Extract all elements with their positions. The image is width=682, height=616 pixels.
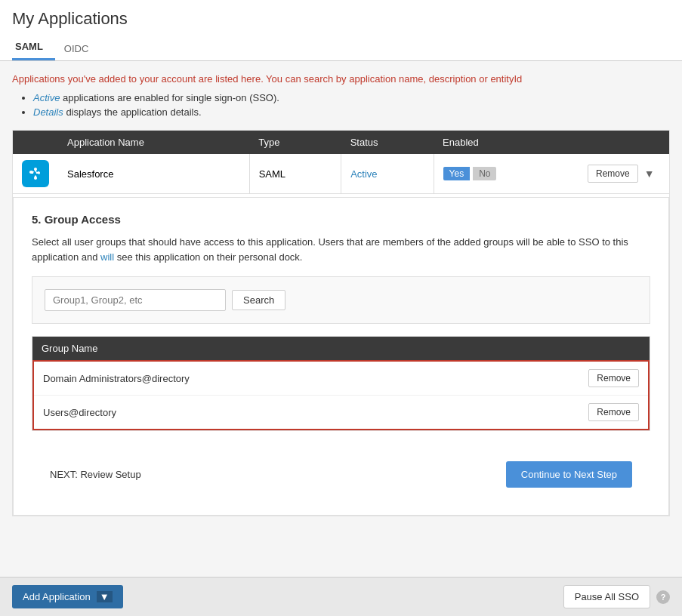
col-icon <box>13 131 58 154</box>
tab-saml[interactable]: SAML <box>12 35 55 60</box>
col-enabled: Enabled <box>434 131 579 154</box>
group-table-header: Group Name <box>32 337 650 360</box>
tab-oidc[interactable]: OIDC <box>61 37 101 60</box>
app-table-container: Application Name Type Status Enabled <box>12 130 670 516</box>
table-row: Salesforce SAML Active Yes <box>13 154 669 194</box>
app-status[interactable]: Active <box>350 168 377 180</box>
group-name: Domain Administrators@directory <box>43 373 190 384</box>
bullet-active: Active applications are enabled for sing… <box>33 92 670 103</box>
footer-bar: Add Application ▼ Pause All SSO ? <box>0 577 682 616</box>
app-icon-cell <box>13 154 58 194</box>
toggle-yes[interactable]: Yes <box>443 167 471 180</box>
app-table: Application Name Type Status Enabled <box>13 131 669 194</box>
group-access-section: 5. Group Access Select all user groups t… <box>13 197 669 516</box>
group-remove-button-1[interactable]: Remove <box>588 403 639 421</box>
group-remove-button-0[interactable]: Remove <box>588 369 639 387</box>
section-title: 5. Group Access <box>32 213 650 226</box>
toggle-no[interactable]: No <box>473 167 496 180</box>
row-remove-button[interactable]: Remove <box>588 165 638 183</box>
next-label: NEXT: Review Setup <box>50 469 141 480</box>
app-enabled-cell: Yes No <box>434 154 579 194</box>
salesforce-icon <box>22 160 49 187</box>
bullet-list: Active applications are enabled for sing… <box>12 92 670 118</box>
bottom-nav: NEXT: Review Setup Continue to Next Step <box>32 449 650 500</box>
footer-right: Pause All SSO ? <box>563 585 670 608</box>
bullet-active-text: applications are enabled for single sign… <box>63 92 279 103</box>
chevron-down-icon[interactable]: ▼ <box>644 168 655 180</box>
bullet-active-italic: Active <box>33 92 60 103</box>
info-main: Applications you've added to your accoun… <box>12 73 522 85</box>
page-title: My Applications <box>0 0 682 35</box>
group-search-button[interactable]: Search <box>232 290 285 310</box>
col-actions <box>579 131 669 154</box>
app-name-cell: Salesforce <box>58 154 249 194</box>
section-desc-blue: will <box>100 251 114 263</box>
content-area: Applications you've added to your accoun… <box>0 61 682 577</box>
group-rows-container: Domain Administrators@directory Remove U… <box>32 360 650 430</box>
section-desc-part2: see this application on their personal d… <box>117 251 303 263</box>
app-actions-cell: Remove ▼ <box>579 154 669 194</box>
group-table: Group Name Domain Administrators@directo… <box>32 336 650 431</box>
tabs-bar: SAML OIDC <box>0 35 682 61</box>
info-text: Applications you've added to your accoun… <box>12 73 670 85</box>
enabled-toggle: Yes No <box>443 167 569 180</box>
add-application-button[interactable]: Add Application ▼ <box>12 585 123 608</box>
dropdown-arrow-icon[interactable]: ▼ <box>97 591 113 602</box>
col-app-name: Application Name <box>58 131 249 154</box>
app-type-cell: SAML <box>249 154 341 194</box>
group-name: Users@directory <box>43 407 116 418</box>
col-type: Type <box>249 131 341 154</box>
continue-button[interactable]: Continue to Next Step <box>506 461 632 488</box>
list-item: Users@directory Remove <box>34 396 648 429</box>
bullet-details: Details displays the application details… <box>33 106 670 118</box>
app-name: Salesforce <box>67 168 113 180</box>
group-search-input[interactable] <box>45 289 226 311</box>
add-application-label: Add Application <box>23 591 91 602</box>
bullet-details-italic: Details <box>33 106 63 118</box>
list-item: Domain Administrators@directory Remove <box>34 362 648 396</box>
pause-sso-button[interactable]: Pause All SSO <box>563 585 650 608</box>
app-type: SAML <box>259 168 285 180</box>
search-row: Search <box>32 276 650 324</box>
col-status: Status <box>341 131 434 154</box>
bullet-details-text: displays the application details. <box>66 106 201 118</box>
app-status-cell: Active <box>341 154 434 194</box>
help-icon[interactable]: ? <box>656 590 670 604</box>
section-desc: Select all user groups that should have … <box>32 235 650 264</box>
